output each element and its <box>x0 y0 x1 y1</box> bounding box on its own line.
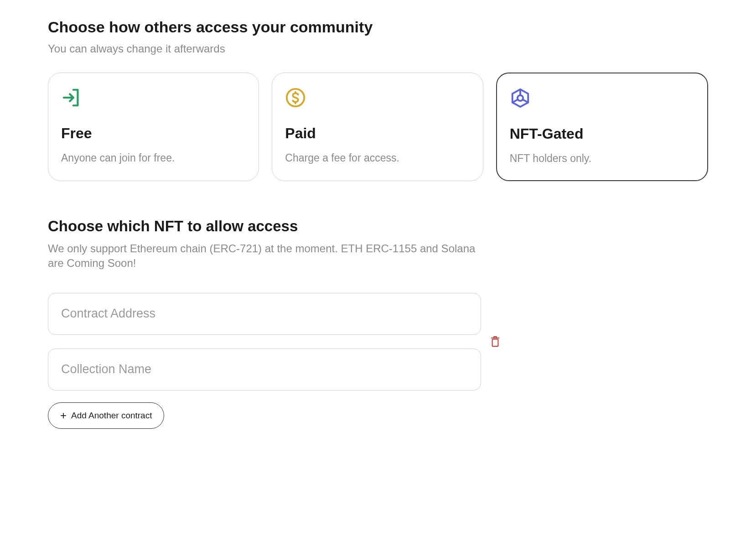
option-card-paid[interactable]: Paid Charge a fee for access. <box>272 73 483 181</box>
collection-name-input[interactable] <box>48 349 481 391</box>
enter-icon <box>61 87 83 109</box>
dollar-circle-icon <box>285 87 307 109</box>
plus-icon: + <box>60 410 67 421</box>
delete-contract-button[interactable] <box>489 336 501 348</box>
add-contract-label: Add Another contract <box>71 411 152 421</box>
option-title-free: Free <box>61 125 246 142</box>
access-title: Choose how others access your community <box>48 18 708 36</box>
add-contract-button[interactable]: + Add Another contract <box>48 402 164 429</box>
access-subtitle: You can always change it afterwards <box>48 42 708 55</box>
nft-section-subtitle: We only support Ethereum chain (ERC-721)… <box>48 241 486 271</box>
access-options-row: Free Anyone can join for free. Paid Char… <box>48 73 708 181</box>
contract-address-input[interactable] <box>48 293 481 335</box>
option-card-nft-gated[interactable]: NFT-Gated NFT holders only. <box>496 73 708 181</box>
option-desc-free: Anyone can join for free. <box>61 152 246 164</box>
svg-rect-8 <box>492 339 498 346</box>
trash-icon <box>490 336 500 348</box>
option-card-free[interactable]: Free Anyone can join for free. <box>48 73 259 181</box>
hexagon-cube-icon <box>510 87 532 109</box>
option-title-paid: Paid <box>285 125 470 142</box>
nft-inputs-group <box>48 293 481 391</box>
option-desc-nft: NFT holders only. <box>510 152 694 165</box>
option-title-nft: NFT-Gated <box>510 125 694 142</box>
nft-section-title: Choose which NFT to allow access <box>48 218 708 235</box>
option-desc-paid: Charge a fee for access. <box>285 152 470 164</box>
